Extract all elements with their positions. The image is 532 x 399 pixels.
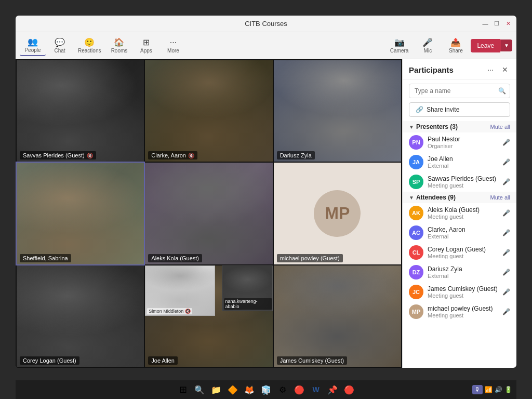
- avatar-corey: CL: [409, 245, 423, 260]
- panel-more-button[interactable]: ···: [485, 64, 496, 75]
- main-content: Savvas Pierides (Guest) 🔇 Clarke, Aaron …: [16, 59, 516, 368]
- participant-role-joe: External: [428, 163, 498, 169]
- video-cell-dariusz[interactable]: Dariusz Zyla: [274, 60, 401, 162]
- participant-role-savvas: Meeting guest: [428, 182, 498, 189]
- taskbar-icon-5[interactable]: 📌: [325, 382, 340, 397]
- participant-name-james: James Cumiskey (Guest): [428, 285, 498, 292]
- video-label-savvas: Savvas Pierides (Guest) 🔇: [20, 151, 96, 159]
- video-cell-clarke[interactable]: Clarke, Aaron 🔇: [145, 60, 272, 162]
- taskbar-icon-3[interactable]: ⚙: [275, 382, 290, 397]
- video-label-michael: michael powley (Guest): [277, 254, 343, 262]
- screen: CITB Courses — ☐ ✕ 👥 People 💬 Chat 🙂: [16, 16, 516, 368]
- participant-name-joe: Joe Allen: [428, 155, 498, 163]
- close-button[interactable]: ✕: [504, 20, 512, 28]
- rooms-icon: 🏠: [114, 37, 124, 47]
- participant-james[interactable]: JC James Cumiskey (Guest) Meeting guest …: [403, 282, 516, 302]
- toolbar: 👥 People 💬 Chat 🙂 Reactions 🏠 Rooms ⊞: [16, 32, 516, 59]
- avatar-savvas-presenter: SP: [409, 175, 423, 189]
- participant-name-clarke: Clarke, Aaron: [428, 226, 498, 233]
- participant-mic-clarke: 🎤: [502, 229, 510, 236]
- presenters-section-header[interactable]: ▼ Presenters (3) Mute all: [403, 121, 516, 132]
- toolbar-item-more[interactable]: ··· More: [160, 36, 186, 56]
- participant-paul[interactable]: PN Paul Nestor Organiser 🎤: [403, 132, 516, 152]
- video-grid: Savvas Pierides (Guest) 🔇 Clarke, Aaron …: [16, 59, 402, 368]
- firefox-button[interactable]: 🦊: [242, 382, 257, 397]
- participant-mic-michael: 🎤: [502, 308, 510, 315]
- mic-muted-icon: 🔇: [87, 153, 93, 158]
- search-input[interactable]: [409, 84, 510, 98]
- participant-dariusz[interactable]: DZ Dariusz Zyla External 🎤: [403, 262, 516, 282]
- participant-role-clarke: External: [428, 233, 498, 240]
- share-label: Share: [449, 48, 463, 54]
- leave-button[interactable]: Leave: [471, 39, 500, 52]
- chat-label: Chat: [54, 48, 65, 54]
- search-taskbar-button[interactable]: 🔍: [192, 382, 207, 397]
- toolbar-item-reactions[interactable]: 🙂 Reactions: [74, 35, 105, 56]
- leave-group: Leave ▼: [471, 39, 512, 52]
- video-label-dariusz: Dariusz Zyla: [277, 151, 315, 159]
- taskbar-icon-6[interactable]: 🔴: [342, 382, 356, 397]
- attendees-section-header[interactable]: ▼ Attendees (9) Mute all: [403, 192, 516, 203]
- toolbar-item-people[interactable]: 👥 People: [20, 35, 46, 56]
- avatar-james: JC: [409, 285, 423, 299]
- participant-mic-paul: 🎤: [502, 139, 510, 146]
- video-cell-savvas[interactable]: Savvas Pierides (Guest) 🔇: [17, 60, 144, 162]
- avatar-dariusz: DZ: [409, 265, 423, 280]
- presenters-mute-all-button[interactable]: Mute all: [490, 124, 510, 130]
- tray-mic-icon: 🎙: [472, 385, 483, 394]
- video-cell-joe[interactable]: nana.kwarteng-ababio Simon Middleton 🔇 J…: [145, 265, 272, 367]
- participant-list: ▼ Presenters (3) Mute all PN Paul Nestor…: [403, 121, 516, 368]
- avatar-aleks: AK: [409, 206, 423, 220]
- video-cell-sabrina[interactable]: Sheffield, Sabrina: [17, 163, 144, 264]
- toolbar-item-mic[interactable]: 🎤 Mic: [415, 35, 441, 56]
- panel-header: Participants ··· ✕: [403, 59, 516, 79]
- search-box: 🔍: [409, 84, 510, 98]
- participant-mic-corey: 🎤: [502, 249, 510, 256]
- search-icon: 🔍: [498, 87, 506, 95]
- video-cell-michael[interactable]: MP michael powley (Guest): [274, 163, 401, 264]
- participant-clarke[interactable]: AC Clarke, Aaron External 🎤: [403, 223, 516, 243]
- video-label-clarke: Clarke, Aaron 🔇: [148, 151, 197, 159]
- taskbar-icon-1[interactable]: 🔶: [225, 382, 240, 397]
- toolbar-item-rooms[interactable]: 🏠 Rooms: [106, 35, 132, 56]
- start-button[interactable]: ⊞: [176, 382, 190, 397]
- share-invite-button[interactable]: 🔗 Share invite: [409, 102, 510, 117]
- participant-aleks[interactable]: AK Aleks Kola (Guest) Meeting guest 🎤: [403, 203, 516, 223]
- participant-joe-presenter[interactable]: JA Joe Allen External 🎤: [403, 152, 516, 172]
- hp-logo: hp: [261, 387, 270, 395]
- toolbar-item-chat[interactable]: 💬 Chat: [47, 35, 73, 56]
- leave-dropdown-button[interactable]: ▼: [500, 39, 512, 51]
- maximize-button[interactable]: ☐: [493, 20, 501, 28]
- avatar-clarke: AC: [409, 225, 423, 240]
- video-cell-corey[interactable]: Corey Logan (Guest): [17, 265, 144, 367]
- share-invite-icon: 🔗: [416, 106, 423, 113]
- participant-savvas-presenter[interactable]: SP Sawvas Pierides (Guest) Meeting guest…: [403, 172, 516, 192]
- participant-corey[interactable]: CL Corey Logan (Guest) Meeting guest 🎤: [403, 243, 516, 262]
- video-cell-aleks[interactable]: Aleks Kola (Guest): [145, 163, 272, 264]
- participant-info-james: James Cumiskey (Guest) Meeting guest: [428, 285, 498, 299]
- toolbar-item-apps[interactable]: ⊞ Apps: [133, 35, 159, 56]
- participant-name-paul: Paul Nestor: [428, 136, 498, 143]
- participant-info-corey: Corey Logan (Guest) Meeting guest: [428, 246, 498, 259]
- mic-label: Mic: [424, 48, 432, 54]
- video-cell-james[interactable]: James Cumiskey (Guest): [274, 265, 401, 367]
- toolbar-item-camera[interactable]: 📷 Camera: [386, 35, 413, 56]
- avatar-paul: PN: [409, 135, 423, 150]
- participant-michael[interactable]: MP michael powley (Guest) Meeting guest …: [403, 302, 516, 322]
- participant-name-dariusz: Dariusz Zyla: [428, 265, 498, 273]
- chat-icon: 💬: [55, 37, 65, 47]
- tray-sound-icon: 🔊: [495, 386, 502, 393]
- participant-role-dariusz: External: [428, 273, 498, 279]
- avatar-mp: MP: [314, 190, 361, 237]
- file-explorer-button[interactable]: 📁: [209, 382, 223, 397]
- panel-close-button[interactable]: ✕: [500, 64, 510, 75]
- word-button[interactable]: W: [309, 382, 323, 397]
- minimize-button[interactable]: —: [481, 20, 489, 28]
- video-label-simon: Simon Middleton 🔇: [147, 308, 192, 314]
- tray-battery-icon: 🔋: [504, 386, 512, 393]
- taskbar-icon-4[interactable]: 🔴: [292, 382, 307, 397]
- attendees-mute-all-button[interactable]: Mute all: [490, 194, 510, 201]
- mic-icon: 🎤: [422, 37, 433, 47]
- mic-muted-icon-clarke: 🔇: [188, 153, 194, 158]
- toolbar-item-share[interactable]: 📤 Share: [443, 35, 469, 56]
